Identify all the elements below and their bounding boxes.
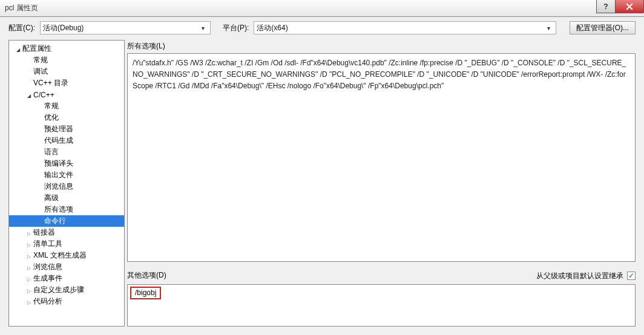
config-manager-label: 配置管理器(O)... (576, 23, 629, 33)
tree-item-custombuild[interactable]: 自定义生成步骤 (9, 284, 124, 296)
tree-panel: 配置属性 常规 调试 VC++ 目录 C/C++ 常规 优化 预处理器 代码生成… (8, 40, 125, 327)
tree-item-cxx-alloptions[interactable]: 所有选项 (9, 204, 124, 215)
tree-root[interactable]: 配置属性 (9, 43, 124, 54)
expand-icon (25, 252, 33, 260)
expand-icon (25, 275, 33, 283)
config-manager-button[interactable]: 配置管理器(O)... (570, 21, 636, 34)
tree-item-cxx-preproc[interactable]: 预处理器 (9, 123, 124, 135)
inherit-checkbox[interactable]: ✓ (627, 272, 636, 280)
tree-item-buildevents[interactable]: 生成事件 (9, 273, 124, 284)
tree-item-cxx-general[interactable]: 常规 (9, 100, 124, 112)
expand-icon (25, 91, 33, 99)
config-toolbar: 配置(C): 活动(Debug) ▾ 平台(P): 活动(x64) ▾ 配置管理… (0, 17, 644, 39)
tree-item-cxx-pch[interactable]: 预编译头 (9, 158, 124, 169)
platform-label: 平台(P): (223, 23, 249, 33)
platform-combo[interactable]: 活动(x64) ▾ (254, 21, 556, 34)
tree-item-debug[interactable]: 调试 (9, 66, 124, 77)
tree-item-general[interactable]: 常规 (9, 54, 124, 66)
config-combo[interactable]: 活动(Debug) ▾ (40, 21, 211, 34)
content-panel: 所有选项(L) /Yu"stdafx.h" /GS /W3 /Zc:wchar_… (127, 40, 636, 327)
help-button[interactable]: ? (596, 0, 616, 13)
tree-item-cxx-opt[interactable]: 优化 (9, 112, 124, 123)
tree-item-codeanalysis[interactable]: 代码分析 (9, 296, 124, 307)
tree-item-linker[interactable]: 链接器 (9, 227, 124, 238)
window-titlebar: pcl 属性页 ? (0, 0, 644, 17)
expand-icon (25, 229, 33, 237)
other-options-text-highlighted: /bigobj (130, 287, 161, 299)
tree-item-cxx-cmdline[interactable]: 命令行 (9, 215, 124, 227)
tree-item-browseinfo[interactable]: 浏览信息 (9, 261, 124, 273)
expand-icon (25, 240, 33, 249)
tree-item-cxx-output[interactable]: 输出文件 (9, 169, 124, 181)
tree-item-manifest[interactable]: 清单工具 (9, 238, 124, 250)
close-button[interactable] (615, 0, 644, 13)
close-icon (626, 3, 633, 10)
tree-item-vcdirs[interactable]: VC++ 目录 (9, 77, 124, 89)
inherit-label: 从父级或项目默认设置继承 (536, 271, 623, 281)
config-label: 配置(C): (8, 23, 35, 33)
other-options-label: 其他选项(D) (127, 270, 166, 281)
platform-combo-text: 活动(x64) (257, 23, 544, 33)
expand-icon (14, 45, 22, 53)
chevron-down-icon: ▾ (544, 25, 553, 31)
expand-icon (25, 298, 33, 306)
config-combo-text: 活动(Debug) (43, 23, 198, 33)
main-area: 配置属性 常规 调试 VC++ 目录 C/C++ 常规 优化 预处理器 代码生成… (0, 39, 644, 335)
all-options-text: /Yu"stdafx.h" /GS /W3 /Zc:wchar_t /ZI /G… (133, 59, 626, 90)
titlebar-buttons: ? (597, 0, 644, 13)
expand-icon (25, 263, 33, 272)
tree-item-cxx-lang[interactable]: 语言 (9, 146, 124, 158)
tree-item-cxx-browse[interactable]: 浏览信息 (9, 181, 124, 192)
tree-item-xmldoc[interactable]: XML 文档生成器 (9, 250, 124, 261)
tree-item-cxx-advanced[interactable]: 高级 (9, 192, 124, 204)
tree-item-cxx[interactable]: C/C++ (9, 89, 124, 100)
all-options-textarea[interactable]: /Yu"stdafx.h" /GS /W3 /Zc:wchar_t /ZI /G… (127, 53, 636, 262)
all-options-label: 所有选项(L) (127, 41, 636, 51)
tree-item-cxx-codegen[interactable]: 代码生成 (9, 135, 124, 146)
other-options-textarea[interactable]: /bigobj (127, 284, 636, 327)
window-title: pcl 属性页 (5, 3, 38, 13)
chevron-down-icon: ▾ (198, 25, 208, 31)
expand-icon (25, 286, 33, 294)
